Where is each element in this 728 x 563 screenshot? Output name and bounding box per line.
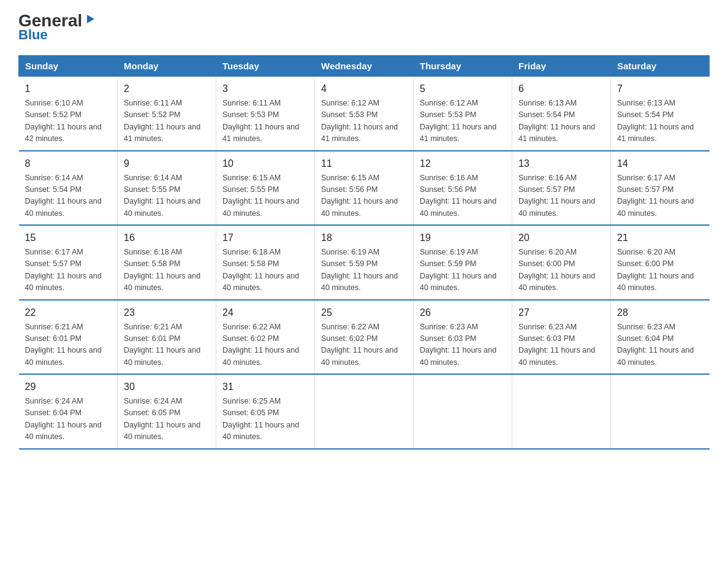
day-number: 2 <box>124 82 210 96</box>
day-info: Sunrise: 6:11 AMSunset: 5:53 PMDaylight:… <box>222 98 308 145</box>
day-info: Sunrise: 6:11 AMSunset: 5:52 PMDaylight:… <box>124 98 210 145</box>
calendar-cell: 31 Sunrise: 6:25 AMSunset: 6:05 PMDaylig… <box>216 374 315 449</box>
day-info: Sunrise: 6:12 AMSunset: 5:53 PMDaylight:… <box>321 98 407 145</box>
day-info: Sunrise: 6:25 AMSunset: 6:05 PMDaylight:… <box>222 396 308 443</box>
day-info: Sunrise: 6:23 AMSunset: 6:03 PMDaylight:… <box>420 321 506 369</box>
calendar-cell <box>611 374 710 449</box>
calendar-cell: 21 Sunrise: 6:20 AMSunset: 6:00 PMDaylig… <box>611 225 710 300</box>
day-info: Sunrise: 6:20 AMSunset: 6:00 PMDaylight:… <box>518 247 604 294</box>
day-info: Sunrise: 6:19 AMSunset: 5:59 PMDaylight:… <box>420 247 506 294</box>
calendar-week-row: 1 Sunrise: 6:10 AMSunset: 5:52 PMDayligh… <box>19 77 710 151</box>
calendar-cell: 3 Sunrise: 6:11 AMSunset: 5:53 PMDayligh… <box>216 77 315 151</box>
day-number: 4 <box>321 82 407 96</box>
day-info: Sunrise: 6:21 AMSunset: 6:01 PMDaylight:… <box>124 321 210 369</box>
calendar-week-row: 8 Sunrise: 6:14 AMSunset: 5:54 PMDayligh… <box>19 151 710 226</box>
day-info: Sunrise: 6:19 AMSunset: 5:59 PMDaylight:… <box>321 247 407 294</box>
day-number: 31 <box>222 380 308 394</box>
day-number: 13 <box>518 156 604 171</box>
weekday-header-row: SundayMondayTuesdayWednesdayThursdayFrid… <box>19 56 710 77</box>
calendar-cell: 16 Sunrise: 6:18 AMSunset: 5:58 PMDaylig… <box>118 225 216 300</box>
day-number: 27 <box>518 305 604 320</box>
calendar-cell: 9 Sunrise: 6:14 AMSunset: 5:55 PMDayligh… <box>118 151 216 226</box>
calendar-cell: 26 Sunrise: 6:23 AMSunset: 6:03 PMDaylig… <box>414 300 512 375</box>
calendar-cell: 23 Sunrise: 6:21 AMSunset: 6:01 PMDaylig… <box>118 300 216 375</box>
calendar-cell: 30 Sunrise: 6:24 AMSunset: 6:05 PMDaylig… <box>118 374 216 449</box>
calendar-cell: 6 Sunrise: 6:13 AMSunset: 5:54 PMDayligh… <box>512 77 611 151</box>
day-number: 28 <box>617 305 703 320</box>
day-info: Sunrise: 6:13 AMSunset: 5:54 PMDaylight:… <box>617 98 703 145</box>
calendar-header: SundayMondayTuesdayWednesdayThursdayFrid… <box>19 56 710 77</box>
weekday-header-tuesday: Tuesday <box>216 56 315 77</box>
day-info: Sunrise: 6:13 AMSunset: 5:54 PMDaylight:… <box>518 98 604 145</box>
calendar-week-row: 22 Sunrise: 6:21 AMSunset: 6:01 PMDaylig… <box>19 300 710 375</box>
calendar-cell: 25 Sunrise: 6:22 AMSunset: 6:02 PMDaylig… <box>315 300 414 375</box>
day-info: Sunrise: 6:21 AMSunset: 6:01 PMDaylight:… <box>25 321 112 369</box>
day-number: 10 <box>222 156 308 171</box>
weekday-header-wednesday: Wednesday <box>315 56 414 77</box>
calendar-cell <box>414 374 512 449</box>
logo-blue: Blue <box>18 27 48 43</box>
day-info: Sunrise: 6:12 AMSunset: 5:53 PMDaylight:… <box>420 98 506 145</box>
day-number: 8 <box>25 156 112 171</box>
calendar-cell: 22 Sunrise: 6:21 AMSunset: 6:01 PMDaylig… <box>19 300 118 375</box>
calendar-cell: 27 Sunrise: 6:23 AMSunset: 6:03 PMDaylig… <box>512 300 611 375</box>
day-number: 25 <box>321 305 407 320</box>
day-number: 18 <box>321 231 407 245</box>
calendar-cell: 7 Sunrise: 6:13 AMSunset: 5:54 PMDayligh… <box>611 77 710 151</box>
day-number: 21 <box>617 231 703 245</box>
weekday-header-friday: Friday <box>512 56 611 77</box>
day-number: 23 <box>124 305 210 320</box>
calendar-cell <box>512 374 611 449</box>
calendar-cell: 24 Sunrise: 6:22 AMSunset: 6:02 PMDaylig… <box>216 300 315 375</box>
calendar-cell: 11 Sunrise: 6:15 AMSunset: 5:56 PMDaylig… <box>315 151 414 226</box>
calendar-cell: 15 Sunrise: 6:17 AMSunset: 5:57 PMDaylig… <box>19 225 118 300</box>
day-number: 12 <box>420 156 506 171</box>
day-info: Sunrise: 6:16 AMSunset: 5:57 PMDaylight:… <box>518 172 604 220</box>
day-number: 9 <box>124 156 210 171</box>
day-number: 14 <box>617 156 703 171</box>
day-info: Sunrise: 6:15 AMSunset: 5:55 PMDaylight:… <box>222 172 308 220</box>
page-header: General Blue <box>18 12 710 43</box>
day-number: 15 <box>25 231 112 245</box>
logo-arrow-icon <box>83 12 97 26</box>
day-number: 11 <box>321 156 407 171</box>
day-number: 30 <box>124 380 210 394</box>
calendar-cell: 28 Sunrise: 6:23 AMSunset: 6:04 PMDaylig… <box>611 300 710 375</box>
calendar-week-row: 15 Sunrise: 6:17 AMSunset: 5:57 PMDaylig… <box>19 225 710 300</box>
calendar-cell: 4 Sunrise: 6:12 AMSunset: 5:53 PMDayligh… <box>315 77 414 151</box>
day-info: Sunrise: 6:17 AMSunset: 5:57 PMDaylight:… <box>25 247 112 294</box>
calendar-cell: 12 Sunrise: 6:16 AMSunset: 5:56 PMDaylig… <box>414 151 512 226</box>
day-number: 22 <box>25 305 112 320</box>
weekday-header-saturday: Saturday <box>611 56 710 77</box>
day-number: 26 <box>420 305 506 320</box>
calendar-cell: 17 Sunrise: 6:18 AMSunset: 5:58 PMDaylig… <box>216 225 315 300</box>
day-info: Sunrise: 6:22 AMSunset: 6:02 PMDaylight:… <box>222 321 308 369</box>
calendar-cell: 29 Sunrise: 6:24 AMSunset: 6:04 PMDaylig… <box>19 374 118 449</box>
calendar-cell: 2 Sunrise: 6:11 AMSunset: 5:52 PMDayligh… <box>118 77 216 151</box>
calendar-cell: 14 Sunrise: 6:17 AMSunset: 5:57 PMDaylig… <box>611 151 710 226</box>
day-info: Sunrise: 6:18 AMSunset: 5:58 PMDaylight:… <box>222 247 308 294</box>
day-info: Sunrise: 6:15 AMSunset: 5:56 PMDaylight:… <box>321 172 407 220</box>
day-info: Sunrise: 6:22 AMSunset: 6:02 PMDaylight:… <box>321 321 407 369</box>
day-number: 20 <box>518 231 604 245</box>
day-info: Sunrise: 6:17 AMSunset: 5:57 PMDaylight:… <box>617 172 703 220</box>
day-info: Sunrise: 6:23 AMSunset: 6:03 PMDaylight:… <box>518 321 604 369</box>
day-number: 19 <box>420 231 506 245</box>
calendar-cell: 13 Sunrise: 6:16 AMSunset: 5:57 PMDaylig… <box>512 151 611 226</box>
calendar-cell: 1 Sunrise: 6:10 AMSunset: 5:52 PMDayligh… <box>19 77 118 151</box>
day-info: Sunrise: 6:23 AMSunset: 6:04 PMDaylight:… <box>617 321 703 369</box>
day-info: Sunrise: 6:16 AMSunset: 5:56 PMDaylight:… <box>420 172 506 220</box>
calendar-cell <box>315 374 414 449</box>
svg-marker-0 <box>87 15 94 23</box>
calendar-cell: 10 Sunrise: 6:15 AMSunset: 5:55 PMDaylig… <box>216 151 315 226</box>
weekday-header-monday: Monday <box>118 56 216 77</box>
calendar-body: 1 Sunrise: 6:10 AMSunset: 5:52 PMDayligh… <box>19 77 710 449</box>
day-info: Sunrise: 6:24 AMSunset: 6:05 PMDaylight:… <box>124 396 210 443</box>
day-info: Sunrise: 6:24 AMSunset: 6:04 PMDaylight:… <box>25 396 112 443</box>
calendar-cell: 20 Sunrise: 6:20 AMSunset: 6:00 PMDaylig… <box>512 225 611 300</box>
calendar-week-row: 29 Sunrise: 6:24 AMSunset: 6:04 PMDaylig… <box>19 374 710 449</box>
day-info: Sunrise: 6:10 AMSunset: 5:52 PMDaylight:… <box>25 98 112 145</box>
weekday-header-thursday: Thursday <box>414 56 512 77</box>
day-number: 17 <box>222 231 308 245</box>
weekday-header-sunday: Sunday <box>19 56 118 77</box>
